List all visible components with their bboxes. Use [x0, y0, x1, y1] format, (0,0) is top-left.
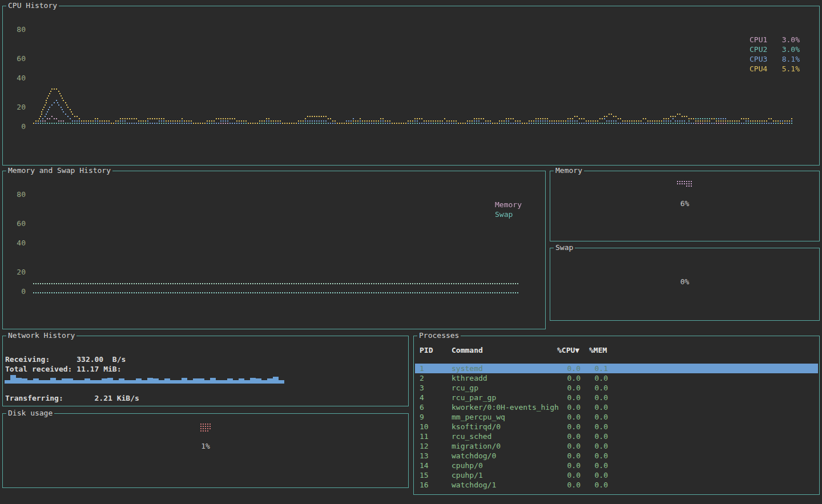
process-row[interactable]: 9mm_percpu_wq0.00.0	[415, 412, 818, 422]
process-row[interactable]: 14cpuhp/00.00.0	[415, 461, 818, 470]
cpu-legend-item: CPU38.1%	[750, 54, 800, 64]
memory-swap-legend-item: Swap	[495, 209, 522, 219]
column-header-command[interactable]: Command	[452, 346, 483, 354]
process-row[interactable]: 10ksoftirqd/00.00.0	[415, 422, 818, 432]
memory-swap-legend: MemorySwap	[495, 200, 522, 219]
process-row[interactable]: 11rcu_sched0.00.0	[415, 432, 818, 441]
network-receive-sparkline	[5, 372, 404, 384]
disk-usage-panel: Disk usage 1%	[2, 413, 409, 488]
column-header-pid[interactable]: PID	[420, 346, 433, 354]
cpu-ytick-20: 20	[10, 103, 26, 111]
column-header-cpu-sorted[interactable]: %CPU▼	[557, 346, 579, 354]
processes-panel: Processes PID Command %CPU▼ %MEM 1system…	[413, 336, 820, 495]
swap-gauge-title: Swap	[554, 243, 575, 252]
mem-ytick-40: 40	[10, 239, 26, 247]
mem-ytick-60: 60	[10, 219, 26, 228]
process-row[interactable]: 13watchdog/00.00.0	[415, 451, 818, 461]
memory-gauge-title: Memory	[554, 166, 584, 175]
mem-ytick-0: 0	[10, 287, 26, 296]
cpu-ytick-60: 60	[10, 54, 26, 63]
disk-gauge-dots	[200, 424, 212, 433]
network-history-panel: Network History Receiving: 332.00 B/s To…	[2, 336, 409, 406]
cpu-history-panel: CPU History 80 60 40 20 0 CPU13.0%CPU23.…	[2, 6, 820, 166]
column-header-mem[interactable]: %MEM	[589, 346, 607, 354]
memory-gauge-panel: Memory 6%	[550, 171, 820, 241]
swap-usage-value: 0%	[550, 277, 819, 286]
cpu-ytick-40: 40	[10, 74, 26, 82]
process-row[interactable]: 3rcu_gp0.00.0	[415, 383, 818, 393]
memory-swap-chart	[33, 171, 524, 306]
cpu-ytick-80: 80	[10, 25, 26, 34]
cpu-legend: CPU13.0%CPU23.0%CPU38.1%CPU45.1%	[750, 35, 800, 74]
memory-swap-history-panel: Memory and Swap History 80 60 40 20 0 Me…	[2, 171, 546, 329]
process-row[interactable]: 2kthreadd0.00.0	[415, 373, 818, 383]
process-row[interactable]: 6kworker/0:0H-events_high0.00.0	[415, 402, 818, 412]
process-row[interactable]: 12migration/00.00.0	[415, 441, 818, 451]
mem-ytick-80: 80	[10, 190, 26, 199]
memory-gauge-dots	[677, 181, 693, 188]
process-row[interactable]: 15cpuhp/10.00.0	[415, 470, 818, 480]
processes-title: Processes	[417, 331, 461, 340]
network-history-title: Network History	[6, 331, 76, 340]
disk-usage-value: 1%	[3, 442, 408, 450]
disk-usage-title: Disk usage	[6, 409, 54, 417]
cpu-history-chart	[33, 6, 796, 141]
cpu-legend-item: CPU23.0%	[750, 45, 800, 54]
cpu-ytick-0: 0	[10, 122, 26, 131]
network-transferring-line: Transferring: 2.21 KiB/s	[5, 394, 139, 402]
network-receiving-line: Receiving: 332.00 B/s	[5, 355, 126, 364]
memory-usage-value: 6%	[550, 199, 819, 208]
process-row[interactable]: 16watchdog/10.00.0	[415, 480, 818, 490]
memory-swap-legend-item: Memory	[495, 200, 522, 209]
swap-gauge-panel: Swap 0%	[550, 248, 820, 321]
cpu-legend-item: CPU45.1%	[750, 64, 800, 74]
process-row-selected[interactable]: 1systemd0.00.1	[415, 364, 818, 373]
cpu-legend-item: CPU13.0%	[750, 35, 800, 45]
process-row[interactable]: 4rcu_par_gp0.00.0	[415, 393, 818, 402]
mem-ytick-20: 20	[10, 268, 26, 276]
